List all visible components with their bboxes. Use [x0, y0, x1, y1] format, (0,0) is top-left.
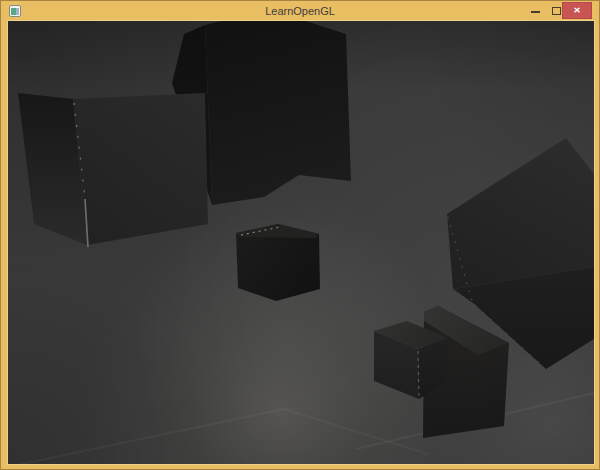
minimize-icon[interactable] [531, 11, 540, 13]
rendered-scene [8, 21, 594, 464]
learnopengl-window: { "window": { "title": "LearnOpenGL", "c… [0, 0, 600, 470]
titlebar[interactable]: LearnOpenGL ✕ [1, 1, 599, 20]
opengl-viewport[interactable] [8, 21, 594, 464]
close-icon: ✕ [573, 6, 581, 14]
large-cube-front-left [18, 93, 208, 247]
close-button[interactable]: ✕ [562, 2, 592, 19]
small-cube-center [236, 224, 320, 301]
window-frame: LearnOpenGL ✕ [0, 0, 600, 470]
window-title: LearnOpenGL [1, 3, 599, 19]
maximize-icon[interactable] [552, 7, 561, 15]
